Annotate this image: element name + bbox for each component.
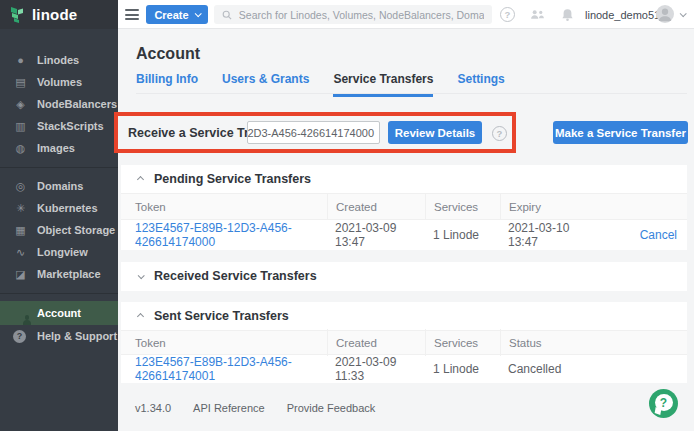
received-transfers-panel: Received Service Transfers: [121, 262, 687, 291]
pending-created-cell: 2021-03-09 13:47: [327, 221, 425, 249]
review-details-button[interactable]: Review Details: [388, 121, 482, 144]
receive-token-input[interactable]: 9B-12D3-A456-426614174000: [247, 121, 380, 144]
pending-transfers-header[interactable]: Pending Service Transfers: [121, 165, 687, 193]
pending-expiry-cell: 2021-03-10 13:47: [500, 221, 590, 249]
make-service-transfer-button[interactable]: Make a Service Transfer: [553, 121, 688, 144]
sidebar-item-label: Longview: [37, 246, 88, 258]
sidebar-item-images[interactable]: ◍ Images: [0, 137, 118, 159]
sidebar-item-longview[interactable]: ∿ Longview: [0, 241, 118, 263]
sidebar-nav: ● Linodes ▤ Volumes ◈ NodeBalancers ▥ St…: [0, 29, 118, 347]
column-header-expiry: Expiry: [500, 193, 590, 220]
help-support-icon: ?: [13, 330, 28, 343]
longview-icon: ∿: [13, 247, 28, 258]
search-icon: [222, 9, 232, 21]
pending-services-cell: 1 Linode: [425, 228, 500, 242]
volumes-icon: ▤: [13, 77, 28, 88]
tab-bar-divider: [136, 93, 687, 94]
community-icon[interactable]: [530, 7, 545, 22]
kubernetes-icon: ✳: [13, 203, 28, 214]
sidebar: linode ● Linodes ▤ Volumes ◈ NodeBalance…: [0, 0, 118, 431]
column-header-services: Services: [425, 193, 500, 220]
sidebar-item-label: Marketplace: [37, 268, 101, 280]
sidebar-item-nodebalancers[interactable]: ◈ NodeBalancers: [0, 93, 118, 115]
linode-logo[interactable]: linode: [0, 0, 118, 29]
column-header-created: Created: [327, 193, 425, 220]
sidebar-item-label: Object Storage: [37, 224, 115, 236]
sent-transfers-header[interactable]: Sent Service Transfers: [121, 302, 687, 330]
column-header-status: Status: [500, 329, 590, 356]
sidebar-item-label: Images: [37, 142, 75, 154]
sidebar-item-marketplace[interactable]: ◪ Marketplace: [0, 263, 118, 285]
notifications-bell-icon[interactable]: [560, 7, 575, 22]
section-title: Pending Service Transfers: [154, 172, 311, 186]
sent-table-header: Token Created Services Status: [121, 330, 687, 355]
nodebalancers-icon: ◈: [13, 99, 28, 110]
avatar[interactable]: [656, 5, 674, 23]
sent-transfers-panel: Sent Service Transfers Token Created Ser…: [121, 302, 687, 383]
column-header-created: Created: [327, 329, 425, 356]
stackscripts-icon: ▥: [13, 121, 28, 132]
sidebar-item-label: StackScripts: [37, 120, 104, 132]
sidebar-item-label: Domains: [37, 180, 83, 192]
menu-icon[interactable]: [125, 9, 139, 20]
table-row: 123E4567-E89B-12D3-A456-426614174000 202…: [121, 220, 687, 250]
username-label: linode_demo512: [585, 9, 666, 21]
section-title: Sent Service Transfers: [154, 309, 289, 323]
pending-token-link[interactable]: 123E4567-E89B-12D3-A456-426614174000: [135, 221, 292, 249]
sidebar-divider: [0, 167, 118, 168]
cancel-link[interactable]: Cancel: [640, 228, 677, 242]
column-header-token: Token: [121, 201, 327, 213]
brand-name: linode: [32, 6, 77, 23]
column-header-services: Services: [425, 329, 500, 356]
sidebar-item-stackscripts[interactable]: ▥ StackScripts: [0, 115, 118, 137]
top-bar: Create ? linode_demo512: [118, 0, 694, 29]
sidebar-item-linodes[interactable]: ● Linodes: [0, 49, 118, 71]
sidebar-item-account[interactable]: Account: [0, 301, 118, 325]
expand-chevron-down-icon: [138, 272, 145, 279]
create-button[interactable]: Create: [146, 5, 208, 24]
sidebar-item-domains[interactable]: ◎ Domains: [0, 175, 118, 197]
footer: v1.34.0 API Reference Provide Feedback: [135, 402, 375, 414]
sidebar-item-label: Volumes: [37, 76, 82, 88]
search-input[interactable]: [239, 9, 484, 21]
sidebar-divider: [0, 293, 118, 294]
page-title: Account: [136, 45, 200, 63]
question-mark-icon: ?: [655, 394, 673, 411]
help-icon[interactable]: ?: [500, 7, 515, 22]
sidebar-item-label: Account: [37, 307, 81, 319]
object-storage-icon: ▦: [13, 225, 28, 236]
search-bar[interactable]: [214, 5, 492, 24]
username[interactable]: linode_demo512: [585, 0, 666, 29]
sent-status-cell: Cancelled: [500, 362, 590, 376]
api-reference-link[interactable]: API Reference: [193, 402, 265, 414]
chevron-down-icon: [194, 10, 201, 17]
sent-created-cell: 2021-03-09 11:33: [327, 355, 425, 383]
linode-logo-icon: [10, 6, 26, 23]
help-widget-button[interactable]: ?: [649, 389, 678, 418]
marketplace-icon: ◪: [13, 269, 28, 280]
column-header-token: Token: [121, 337, 327, 349]
domains-icon: ◎: [13, 181, 28, 192]
received-transfers-header[interactable]: Received Service Transfers: [121, 262, 687, 290]
sidebar-item-label: Help & Support: [37, 330, 117, 342]
sent-token-link[interactable]: 123E4567-E89B-12D3-A456-426614174001: [135, 355, 292, 383]
receive-help-icon[interactable]: ?: [492, 126, 507, 141]
sidebar-item-object-storage[interactable]: ▦ Object Storage: [0, 219, 118, 241]
sidebar-item-label: Kubernetes: [37, 202, 98, 214]
create-button-label: Create: [154, 9, 188, 21]
version-link[interactable]: v1.34.0: [135, 402, 171, 414]
pending-transfers-panel: Pending Service Transfers Token Created …: [121, 165, 687, 250]
linodes-icon: ●: [13, 55, 28, 66]
sidebar-item-volumes[interactable]: ▤ Volumes: [0, 71, 118, 93]
sent-services-cell: 1 Linode: [425, 362, 500, 376]
collapse-chevron-up-icon: [137, 175, 144, 182]
sidebar-item-label: NodeBalancers: [37, 98, 117, 110]
account-menu-chevron-icon[interactable]: [680, 10, 687, 17]
collapse-chevron-up-icon: [137, 312, 144, 319]
sidebar-item-help-support[interactable]: ? Help & Support: [0, 325, 118, 347]
sidebar-item-label: Linodes: [37, 54, 79, 66]
provide-feedback-link[interactable]: Provide Feedback: [287, 402, 376, 414]
sidebar-item-kubernetes[interactable]: ✳ Kubernetes: [0, 197, 118, 219]
pending-table-header: Token Created Services Expiry: [121, 193, 687, 220]
images-icon: ◍: [13, 143, 28, 154]
